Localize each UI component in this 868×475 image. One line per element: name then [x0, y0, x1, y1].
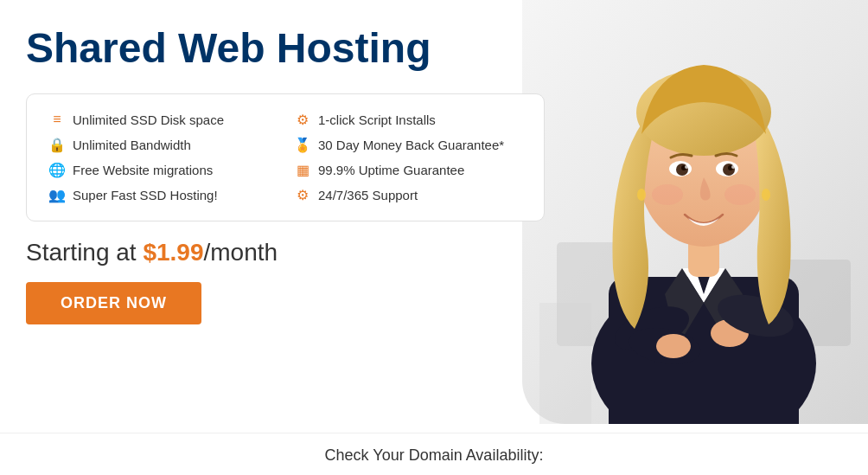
pricing-suffix: /month: [203, 239, 278, 266]
pricing-price: $1.99: [143, 239, 203, 266]
feature-icon-ssd-hosting: 👥: [48, 187, 66, 203]
feature-item-ssd-hosting: 👥Super Fast SSD Hosting!: [48, 187, 277, 203]
features-box: ≡Unlimited SSD Disk space⚙1-click Script…: [26, 93, 545, 221]
svg-point-22: [685, 165, 688, 169]
order-now-button[interactable]: ORDER NOW: [26, 282, 201, 324]
svg-point-26: [637, 189, 646, 201]
feature-icon-money-back: 🏅: [294, 137, 311, 153]
svg-point-12: [656, 334, 691, 358]
feature-item-ssd-disk: ≡Unlimited SSD Disk space: [48, 112, 277, 128]
content-section: Shared Web Hosting ≡Unlimited SSD Disk s…: [0, 0, 571, 342]
feature-text-migrations: Free Website migrations: [73, 163, 213, 177]
bottom-text: Check Your Domain Availability:: [325, 446, 544, 464]
feature-icon-support: ⚙: [294, 187, 311, 203]
svg-point-25: [724, 184, 756, 205]
main-container: Shared Web Hosting ≡Unlimited SSD Disk s…: [0, 0, 868, 433]
feature-text-script-installs: 1-click Script Installs: [318, 112, 436, 127]
person-svg: [539, 0, 868, 424]
page-wrapper: Shared Web Hosting ≡Unlimited SSD Disk s…: [0, 0, 868, 473]
feature-text-ssd-hosting: Super Fast SSD Hosting!: [73, 188, 218, 202]
svg-point-24: [652, 184, 683, 205]
starting-text: Starting at $1.99/month: [26, 239, 278, 266]
pricing-prefix: Starting at: [26, 239, 143, 266]
page-title: Shared Web Hosting: [26, 26, 545, 72]
bottom-section: Check Your Domain Availability:: [0, 433, 868, 473]
feature-icon-bandwidth: 🔒: [48, 137, 66, 153]
feature-text-uptime: 99.9% Uptime Guarantee: [318, 163, 464, 177]
feature-item-support: ⚙24/7/365 Support: [294, 187, 522, 203]
svg-point-23: [731, 165, 735, 169]
feature-item-uptime: ▦99.9% Uptime Guarantee: [294, 162, 522, 178]
person-image: [539, 0, 868, 424]
feature-item-migrations: 🌐Free Website migrations: [48, 162, 277, 178]
feature-text-bandwidth: Unlimited Bandwidth: [73, 138, 191, 152]
feature-icon-uptime: ▦: [294, 162, 311, 178]
feature-icon-migrations: 🌐: [48, 162, 66, 178]
feature-item-money-back: 🏅30 Day Money Back Guarantee*: [294, 137, 522, 153]
feature-text-support: 24/7/365 Support: [318, 188, 418, 202]
feature-text-ssd-disk: Unlimited SSD Disk space: [73, 112, 224, 127]
feature-item-script-installs: ⚙1-click Script Installs: [294, 112, 522, 128]
feature-icon-script-installs: ⚙: [294, 112, 311, 128]
feature-text-money-back: 30 Day Money Back Guarantee*: [318, 138, 504, 152]
feature-item-bandwidth: 🔒Unlimited Bandwidth: [48, 137, 277, 153]
feature-icon-ssd-disk: ≡: [48, 112, 66, 127]
svg-point-27: [762, 189, 770, 201]
pricing-section: Starting at $1.99/month: [26, 239, 545, 266]
